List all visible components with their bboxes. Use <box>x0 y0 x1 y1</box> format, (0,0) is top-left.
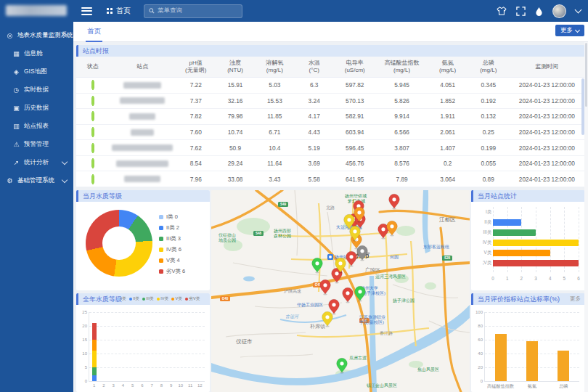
legend-item[interactable]: IV类 <box>157 296 168 302</box>
more-button[interactable]: 更多 <box>555 25 584 36</box>
table-row[interactable]: 7.6010.746.714.43603.946.5662.0610.25202… <box>76 125 585 141</box>
search-placeholder: 菜单查询 <box>158 7 182 15</box>
map-label: 仪征市 <box>236 338 253 345</box>
compliance-bar-总磷[interactable] <box>558 351 569 381</box>
sidebar-item-report[interactable]: ▥站点报表 <box>0 117 73 135</box>
table-cell: 79.98 <box>216 113 255 120</box>
legend-item[interactable]: V类 4 <box>159 255 185 266</box>
chevron-down-icon <box>575 27 580 32</box>
topbar-home-nav[interactable]: 首页 <box>107 6 131 16</box>
water-drop-icon[interactable] <box>535 7 543 16</box>
road-badge: G40 <box>220 296 230 301</box>
column-header: 氨氮(mg/L) <box>428 60 468 74</box>
legend-dot <box>159 226 163 230</box>
legend-label: V类 4 <box>166 257 180 264</box>
map-label: 华扬工业园区 <box>297 302 323 308</box>
legend-item[interactable]: II类 <box>129 296 139 302</box>
map-label: 北路 <box>326 205 335 211</box>
y-tick-label: 0 <box>85 379 87 383</box>
gridline <box>89 326 205 327</box>
sidebar-item-gauge[interactable]: ◎地表水质量监测系统 <box>0 26 73 44</box>
legend-item[interactable]: I类 <box>117 296 126 302</box>
table-cell: 10.4 <box>254 144 295 152</box>
sidebar-item-alert[interactable]: ⚠预警管理 <box>0 135 73 153</box>
compliance-more-link[interactable]: 更多 <box>570 293 581 305</box>
stat-bar-IV类[interactable] <box>493 240 579 246</box>
stat-bar-劣V类[interactable] <box>493 260 579 266</box>
x-tick-label: 8 <box>160 383 163 388</box>
menu-search-input[interactable]: 菜单查询 <box>144 4 242 18</box>
table-row[interactable]: 8.5429.2411.643.69456.768.5760.20.055202… <box>76 156 585 172</box>
table-cell: 2.061 <box>428 128 468 136</box>
clock-icon: ◷ <box>12 86 20 94</box>
stack-segment-II类 <box>92 375 97 381</box>
map-label: 扬州华侨城 <box>345 194 367 199</box>
station-name-redacted <box>129 113 155 120</box>
x-tick-label: 6 <box>141 383 143 388</box>
x-tick-label: 5 <box>563 276 566 281</box>
x-tick-label: 12 <box>197 383 203 388</box>
legend-item[interactable]: I类 0 <box>159 211 185 222</box>
table-cell: 5.826 <box>377 97 428 105</box>
compliance-bar-氨氮[interactable] <box>526 341 538 381</box>
sidebar-item-settings[interactable]: ⚙基础管理系统 <box>0 171 73 189</box>
fullscreen-icon[interactable] <box>516 7 526 16</box>
info-board-icon: ▦ <box>12 50 20 57</box>
legend-item[interactable]: II类 2 <box>159 222 185 233</box>
table-row[interactable]: 7.9633.083.435.58641.957.893.0640.892024… <box>76 171 585 187</box>
legend-item[interactable]: 劣V类 <box>185 296 200 302</box>
stat-bar-III类[interactable] <box>493 229 536 236</box>
sidebar-item-clock[interactable]: ◷实时数据 <box>0 81 73 99</box>
station-name-redacted <box>116 160 168 167</box>
svg-text:S28: S28 <box>444 256 451 260</box>
sidebar-item-info-board[interactable]: ▦信息舱 <box>0 44 73 62</box>
stat-bar-V类[interactable] <box>493 250 550 256</box>
column-header: 溶解氧(mg/L) <box>254 60 295 74</box>
y-category-label: II类 <box>483 219 492 226</box>
table-cell: 0.25 <box>468 128 509 136</box>
column-header: 监测时间 <box>509 63 585 70</box>
stat-bar-II类[interactable] <box>493 219 521 226</box>
compliance-chart: 020406080100高锰酸盐指数氨氮总磷 <box>484 312 579 382</box>
sidebar-item-map[interactable]: ◈GIS地图 <box>0 62 73 81</box>
x-tick-label: 1 <box>506 276 509 281</box>
map-label: 学院(新校区) <box>359 319 384 325</box>
legend-item[interactable]: V类 <box>171 296 182 302</box>
legend-item[interactable]: 劣V类 6 <box>159 266 185 277</box>
column-header: 浊度(NTU) <box>216 60 255 74</box>
legend-item[interactable]: III类 <box>142 296 154 302</box>
table-cell: 5.58 <box>295 176 333 183</box>
sidebar-item-stats[interactable]: ↗统计分析 <box>0 153 73 171</box>
x-tick-label: 11 <box>188 383 192 388</box>
page-scrollbar[interactable] <box>584 41 588 392</box>
table-row[interactable]: 7.8279.9811.854.17582.919.9141.9110.1322… <box>76 109 585 125</box>
compliance-bar-高锰酸盐指数[interactable] <box>495 334 507 381</box>
table-cell: 7.82 <box>176 113 216 120</box>
gridline <box>485 326 579 327</box>
hamburger-menu-icon[interactable] <box>81 7 92 15</box>
map-label: 春江路 <box>380 331 393 336</box>
station-name-redacted <box>124 176 160 182</box>
table-cell: 0.132 <box>468 113 509 120</box>
table-cell: 2024-01-23 12:00:00 <box>509 113 585 120</box>
user-avatar[interactable] <box>552 4 566 18</box>
table-row[interactable]: 7.2215.915.036.3597.825.9454.0510.345202… <box>76 78 585 94</box>
table-row[interactable]: 7.3732.1615.533.24570.135.8261.8520.1922… <box>76 94 585 110</box>
legend-label: II类 2 <box>166 224 179 232</box>
sidebar-item-history[interactable]: ▣历史数据 <box>0 99 73 117</box>
alert-icon: ⚠ <box>12 141 20 148</box>
theme-skin-icon[interactable] <box>497 7 507 15</box>
legend-item[interactable]: III类 3 <box>159 233 185 244</box>
table-cell: 15.91 <box>216 81 255 89</box>
column-header: 电导率(uS/cm) <box>333 60 377 74</box>
stacked-bar-month-1[interactable] <box>92 323 97 381</box>
x-tick-label: 1 <box>93 383 95 388</box>
gis-map[interactable]: G40G40G2S49S28S48 扬州市仪征市江都区广陵区扬州华侨城梦幻之城仪… <box>211 190 470 392</box>
map-label: 东部客运枢纽 <box>423 244 449 250</box>
y-category-label: I类 <box>483 209 492 216</box>
legend-dot <box>159 269 163 274</box>
tab-home[interactable]: 首页 <box>86 22 102 42</box>
user-menu-chevron-down-icon[interactable] <box>575 7 582 14</box>
legend-item[interactable]: IV类 6 <box>159 244 185 255</box>
table-row[interactable]: 7.6250.910.45.19596.453.8071.4070.199202… <box>76 140 585 156</box>
